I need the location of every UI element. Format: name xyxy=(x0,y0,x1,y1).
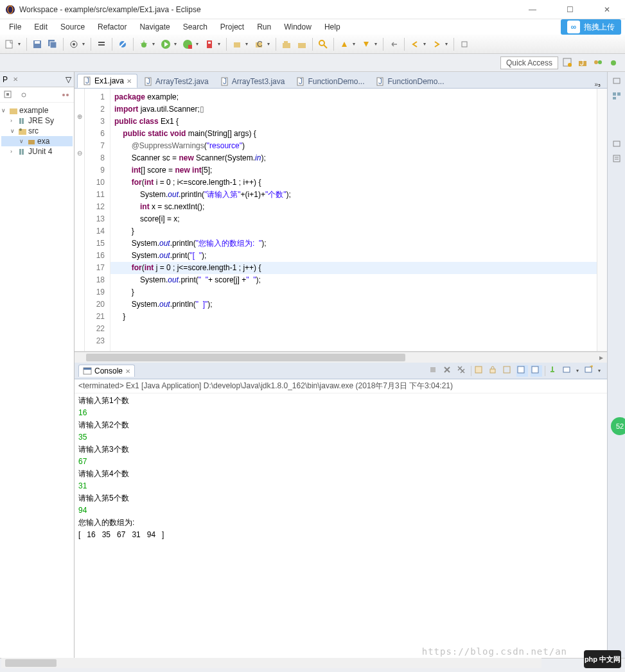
svg-rect-68 xyxy=(504,366,510,373)
close-icon[interactable]: ✕ xyxy=(13,76,18,83)
tree-src[interactable]: src xyxy=(28,126,39,135)
tree-package[interactable]: exa xyxy=(37,137,49,146)
remove-all-icon[interactable] xyxy=(457,365,468,377)
task-list-icon[interactable] xyxy=(612,154,621,163)
back-button[interactable] xyxy=(408,37,422,51)
menu-refactor[interactable]: Refactor xyxy=(92,21,132,33)
java-perspective-icon[interactable]: J xyxy=(577,57,589,69)
pin-console-icon[interactable] xyxy=(548,365,559,377)
close-button[interactable]: ✕ xyxy=(594,1,620,18)
notification-badge[interactable]: 52 xyxy=(611,417,625,435)
code-content[interactable]: package example;import java.util.Scanner… xyxy=(110,89,597,351)
tree-project[interactable]: example xyxy=(19,106,48,115)
upload-button[interactable]: ∞ 拖拽上传 xyxy=(561,19,621,35)
pin-editor-button[interactable] xyxy=(457,37,471,51)
menu-file[interactable]: File xyxy=(4,21,26,33)
save-all-button[interactable] xyxy=(46,37,60,51)
php-logo: php 中文网 xyxy=(584,650,621,668)
clear-console-icon[interactable] xyxy=(474,365,486,377)
menu-window[interactable]: Window xyxy=(279,21,317,33)
annotation-prev-button[interactable] xyxy=(337,37,351,51)
outline-icon[interactable] xyxy=(612,91,621,100)
remove-launch-icon[interactable] xyxy=(443,365,454,377)
editor-tab-label: Ex1.java xyxy=(94,76,124,85)
editor-tab[interactable]: JFunctionDemo... xyxy=(291,75,369,88)
debug-perspective-icon[interactable] xyxy=(608,57,620,69)
menu-search[interactable]: Search xyxy=(178,21,213,33)
svg-rect-79 xyxy=(613,155,620,162)
editor-h-scrollbar[interactable]: ▸ xyxy=(75,352,607,363)
svg-rect-52 xyxy=(22,149,24,155)
editor-tab[interactable]: JArrayTest3.java xyxy=(215,75,290,88)
menu-run[interactable]: Run xyxy=(252,21,276,33)
search-button[interactable] xyxy=(316,37,330,51)
open-type-button[interactable] xyxy=(279,37,294,51)
coverage-button[interactable] xyxy=(180,37,195,51)
editor-tab[interactable]: JArrayTest2.java xyxy=(139,75,214,88)
editor-tab[interactable]: JEx1.java✕ xyxy=(77,74,137,88)
sidebar-tab[interactable]: P xyxy=(3,75,8,84)
project-tree[interactable]: ∨example ›JRE Sy ∨src ∨exa ›JUnit 4 xyxy=(0,103,74,658)
overview-ruler[interactable] xyxy=(597,89,607,351)
console-icon xyxy=(83,366,92,375)
team-perspective-icon[interactable] xyxy=(593,57,604,69)
svg-rect-28 xyxy=(298,43,306,48)
word-wrap-icon[interactable] xyxy=(502,365,514,377)
marker-bar[interactable]: ⊕⊖ xyxy=(75,89,85,351)
annotation-next-button[interactable] xyxy=(359,37,373,51)
code-editor[interactable]: ⊕⊖ 12367891011121314151617181920212223 p… xyxy=(75,89,607,352)
minimize-icon[interactable] xyxy=(612,139,621,148)
breakpoint-button[interactable] xyxy=(94,37,109,51)
last-edit-button[interactable] xyxy=(387,37,401,51)
editor-tab[interactable]: JFunctionDemo... xyxy=(371,75,449,88)
menu-help[interactable]: Help xyxy=(319,21,346,33)
menu-source[interactable]: Source xyxy=(55,21,90,33)
open-task-button[interactable] xyxy=(295,37,309,51)
java-file-icon: J xyxy=(296,77,305,86)
svg-rect-2 xyxy=(6,40,12,48)
line-gutter[interactable]: 12367891011121314151617181920212223 xyxy=(85,89,110,351)
focus-task-icon[interactable] xyxy=(61,90,70,99)
new-package-button[interactable] xyxy=(230,37,244,51)
new-console-icon[interactable]: + xyxy=(584,365,595,377)
sidebar-h-scrollbar[interactable] xyxy=(1,658,541,668)
save-button[interactable] xyxy=(30,37,44,51)
close-icon[interactable]: ✕ xyxy=(127,78,132,85)
external-tools-button[interactable] xyxy=(202,37,216,51)
minimize-button[interactable]: — xyxy=(520,1,545,18)
new-button[interactable] xyxy=(3,37,17,51)
upload-label: 拖拽上传 xyxy=(584,22,615,33)
console-header: Console ✕ ▾ +▾ xyxy=(75,363,607,379)
skip-breakpoints-button[interactable] xyxy=(116,37,130,51)
tree-jre[interactable]: JRE Sy xyxy=(28,116,54,125)
menu-project[interactable]: Project xyxy=(215,21,249,33)
forward-button[interactable] xyxy=(430,37,444,51)
toggle-breadcrumb-button[interactable] xyxy=(67,37,81,51)
menu-navigate[interactable]: Navigate xyxy=(134,21,175,33)
view-menu-icon[interactable]: ▽ xyxy=(66,75,71,84)
display-console-icon[interactable] xyxy=(562,365,574,377)
scroll-lock-icon[interactable] xyxy=(488,365,500,377)
menu-edit[interactable]: Edit xyxy=(29,21,53,33)
close-icon[interactable]: ✕ xyxy=(125,368,130,375)
tree-junit[interactable]: JUnit 4 xyxy=(28,147,52,156)
editor-tab-label: FunctionDemo... xyxy=(308,77,364,86)
run-button[interactable] xyxy=(159,37,173,51)
workbench: P ✕ ▽ ∨example ›JRE Sy ∨src ∨exa ›JUnit … xyxy=(0,72,625,658)
new-class-button[interactable]: C xyxy=(252,37,266,51)
editor-overflow-icon[interactable]: »₃ xyxy=(588,81,607,88)
quick-access[interactable]: Quick Access xyxy=(500,56,558,69)
console-output[interactable]: 请输入第1个数16请输入第2个数35请输入第3个数67请输入第4个数31请输入第… xyxy=(75,393,607,658)
console-tab[interactable]: Console ✕ xyxy=(78,365,135,377)
link-editor-icon[interactable] xyxy=(19,90,28,99)
maximize-button[interactable]: ☐ xyxy=(557,1,583,18)
terminate-icon[interactable] xyxy=(428,365,440,377)
show-console-icon[interactable] xyxy=(516,365,528,377)
restore-icon[interactable] xyxy=(612,76,621,85)
debug-button[interactable] xyxy=(137,37,151,51)
svg-rect-10 xyxy=(98,44,105,46)
open-perspective-icon[interactable] xyxy=(562,57,574,69)
collapse-all-icon[interactable] xyxy=(4,90,13,99)
svg-line-30 xyxy=(324,45,327,48)
show-stderr-icon[interactable] xyxy=(531,365,542,377)
